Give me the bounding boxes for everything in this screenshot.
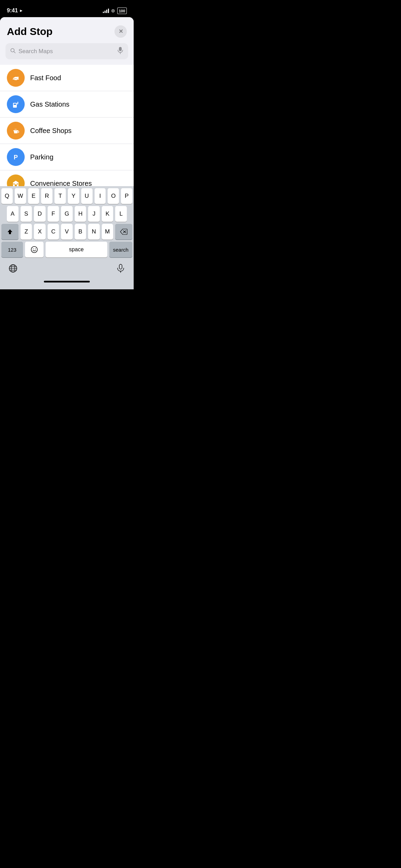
svg-rect-14 — [13, 130, 18, 131]
key-t[interactable]: T — [54, 188, 66, 204]
key-o[interactable]: O — [108, 188, 119, 204]
key-p[interactable]: P — [121, 188, 132, 204]
svg-rect-13 — [17, 102, 19, 103]
svg-rect-2 — [119, 47, 122, 51]
key-n[interactable]: N — [88, 224, 99, 240]
keyboard-row-2: A S D F G H J K L — [0, 204, 134, 222]
close-button[interactable]: ✕ — [114, 25, 127, 38]
key-f[interactable]: F — [48, 206, 59, 222]
status-time: 9:41 ► — [7, 8, 23, 14]
parking-label: Parking — [30, 153, 53, 161]
search-bar-container — [0, 43, 134, 65]
keyboard-extras — [0, 260, 134, 278]
keyboard-row-3: Z X C V B N M — [0, 222, 134, 240]
key-c[interactable]: C — [48, 224, 59, 240]
key-a[interactable]: A — [7, 206, 19, 222]
emoji-key[interactable] — [25, 242, 44, 257]
home-indicator — [0, 278, 134, 289]
category-item-fast-food[interactable]: Fast Food — [0, 65, 134, 91]
space-key[interactable]: space — [46, 242, 107, 257]
fast-food-label: Fast Food — [30, 74, 61, 82]
globe-key[interactable] — [5, 261, 21, 276]
key-g[interactable]: G — [61, 206, 73, 222]
key-u[interactable]: U — [81, 188, 93, 204]
key-v[interactable]: V — [61, 224, 72, 240]
delete-key[interactable] — [115, 224, 132, 240]
header: Add Stop ✕ — [0, 17, 134, 43]
keyboard-row-1: Q W E R T Y U I O P — [0, 186, 134, 204]
category-list: Fast Food Gas Stations — [0, 65, 134, 196]
key-l[interactable]: L — [115, 206, 127, 222]
key-r[interactable]: R — [41, 188, 52, 204]
svg-rect-20 — [13, 183, 19, 184]
fast-food-icon — [7, 69, 25, 87]
svg-point-24 — [31, 246, 37, 253]
numbers-key[interactable]: 123 — [1, 242, 23, 257]
svg-rect-8 — [17, 77, 19, 77]
shift-key[interactable] — [1, 224, 19, 240]
svg-text:P: P — [14, 154, 18, 161]
svg-rect-10 — [14, 104, 16, 105]
parking-icon: P — [7, 148, 25, 166]
main-sheet: Add Stop ✕ — [0, 17, 134, 289]
key-z[interactable]: Z — [21, 224, 32, 240]
key-x[interactable]: X — [34, 224, 45, 240]
svg-rect-7 — [17, 77, 19, 80]
key-q[interactable]: Q — [1, 188, 13, 204]
close-icon: ✕ — [119, 29, 123, 34]
search-key[interactable]: search — [109, 242, 132, 257]
mic-key[interactable] — [113, 261, 128, 276]
gas-stations-label: Gas Stations — [30, 100, 70, 108]
keyboard: Q W E R T Y U I O P A S D F G H J K L — [0, 186, 134, 289]
svg-point-26 — [35, 249, 36, 249]
battery-icon: 100 — [117, 8, 127, 14]
svg-rect-32 — [119, 264, 122, 269]
key-s[interactable]: S — [21, 206, 32, 222]
search-icon — [10, 48, 16, 55]
key-i[interactable]: I — [95, 188, 106, 204]
key-d[interactable]: D — [34, 206, 46, 222]
svg-rect-6 — [14, 80, 17, 80]
category-item-coffee-shops[interactable]: Coffee Shops — [0, 118, 134, 144]
key-k[interactable]: K — [102, 206, 113, 222]
status-icons: ⊛ 100 — [103, 8, 127, 14]
key-b[interactable]: B — [75, 224, 86, 240]
home-bar — [44, 281, 90, 282]
search-bar[interactable] — [5, 43, 128, 59]
status-bar: 9:41 ► ⊛ 100 — [0, 0, 134, 17]
key-e[interactable]: E — [28, 188, 39, 204]
coffee-shops-label: Coffee Shops — [30, 127, 72, 135]
key-w[interactable]: W — [15, 188, 26, 204]
key-j[interactable]: J — [88, 206, 100, 222]
location-arrow-icon: ► — [19, 8, 23, 13]
key-h[interactable]: H — [75, 206, 86, 222]
search-input[interactable] — [19, 48, 114, 55]
time-label: 9:41 — [7, 8, 18, 14]
coffee-shops-icon — [7, 122, 25, 140]
svg-point-25 — [33, 249, 34, 249]
key-y[interactable]: Y — [68, 188, 79, 204]
keyboard-row-4: 123 space search — [0, 240, 134, 260]
category-item-gas-stations[interactable]: Gas Stations — [0, 91, 134, 118]
page-title: Add Stop — [7, 26, 52, 37]
microphone-icon[interactable] — [117, 47, 123, 56]
category-item-parking[interactable]: P Parking — [0, 144, 134, 170]
gas-stations-icon — [7, 95, 25, 113]
key-m[interactable]: M — [102, 224, 113, 240]
wifi-icon: ⊛ — [111, 8, 115, 13]
svg-line-1 — [14, 51, 15, 53]
signal-icon — [103, 8, 109, 13]
